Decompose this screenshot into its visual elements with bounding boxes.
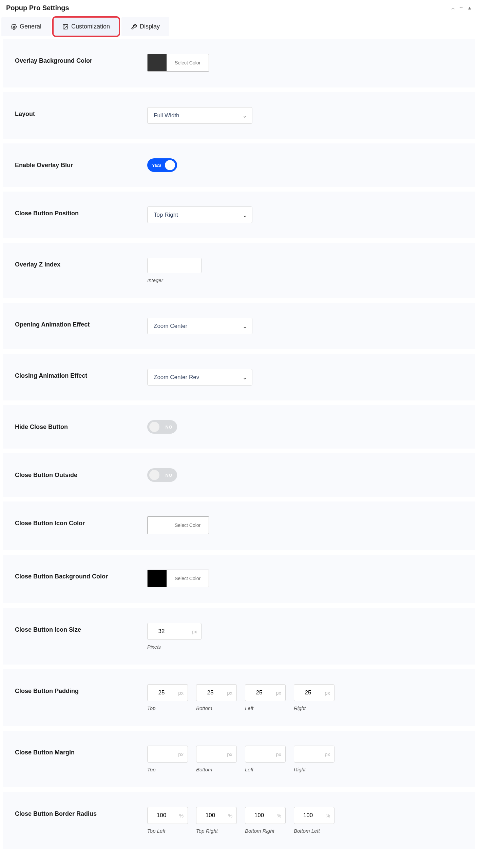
field-label: Layout (15, 107, 147, 118)
unit-label: px (171, 690, 188, 696)
field-label: Closing Animation Effect (15, 369, 147, 379)
field-close-radius: Close Button Border Radius % Top Left % … (3, 792, 475, 849)
metabox-toggle-controls: ︿ ﹀ ▲ (451, 5, 472, 11)
unit-label: px (220, 690, 236, 696)
unit-label: px (318, 751, 334, 757)
sub-label: Right (294, 767, 334, 772)
margin-left-input[interactable] (245, 746, 269, 762)
radius-tr-input[interactable] (196, 807, 220, 824)
chevron-up-icon[interactable]: ︿ (451, 5, 456, 11)
unit-label: px (269, 751, 285, 757)
svg-point-0 (13, 26, 15, 27)
unit-label: px (318, 690, 334, 696)
sub-label: Bottom Left (294, 828, 334, 834)
select-color-label: Select Color (167, 54, 209, 71)
triangle-up-icon[interactable]: ▲ (467, 5, 472, 11)
margin-bottom-input[interactable] (196, 746, 220, 762)
close-outside-toggle[interactable]: NO (147, 468, 177, 482)
overlay-bg-color-picker[interactable]: Select Color (147, 54, 209, 72)
tab-display[interactable]: Display (121, 17, 169, 36)
field-label: Close Button Icon Color (15, 516, 147, 527)
toggle-off-label: NO (166, 425, 173, 430)
margin-right-input[interactable] (294, 746, 318, 762)
tab-label: Display (140, 23, 160, 30)
unit-label: px (171, 629, 201, 634)
unit-label: px (171, 751, 188, 757)
unit-label: % (318, 813, 334, 818)
overlay-blur-toggle[interactable]: YES (147, 158, 177, 172)
field-label: Close Button Background Color (15, 570, 147, 580)
toggle-knob (149, 422, 159, 432)
field-close-bg-color: Close Button Background Color Select Col… (3, 555, 475, 603)
sub-label: Top (147, 705, 188, 711)
field-z-index: Overlay Z Index Integer (3, 243, 475, 298)
radius-br-input[interactable] (245, 807, 269, 824)
color-swatch (148, 517, 167, 534)
unit-label: % (269, 813, 285, 818)
margin-top-input[interactable] (148, 746, 171, 762)
tab-label: Customization (71, 23, 110, 30)
tab-general[interactable]: General (1, 17, 51, 36)
field-label: Close Button Margin (15, 746, 147, 756)
sub-label: Bottom (196, 705, 237, 711)
field-hint: Pixels (147, 644, 463, 650)
gear-icon (11, 24, 17, 30)
tools-icon (131, 24, 137, 30)
close-position-select[interactable]: Top Right (147, 206, 252, 223)
padding-left-input[interactable] (245, 685, 269, 701)
field-close-icon-color: Close Button Icon Color Select Color (3, 501, 475, 550)
sub-label: Left (245, 767, 286, 772)
field-label: Close Button Border Radius (15, 807, 147, 817)
field-close-outside: Close Button Outside NO (3, 453, 475, 497)
close-animation-select[interactable]: Zoom Center Rev (147, 369, 252, 386)
sub-label: Bottom (196, 767, 237, 772)
unit-label: % (220, 813, 236, 818)
tab-customization[interactable]: Customization (53, 17, 119, 36)
close-bg-color-picker[interactable]: Select Color (147, 570, 209, 587)
field-label: Opening Animation Effect (15, 318, 147, 328)
field-overlay-blur: Enable Overlay Blur YES (3, 143, 475, 187)
select-color-label: Select Color (167, 517, 209, 534)
chevron-down-icon[interactable]: ﹀ (459, 5, 464, 11)
field-close-animation: Closing Animation Effect Zoom Center Rev… (3, 354, 475, 400)
field-close-margin: Close Button Margin px Top px Bottom (3, 731, 475, 787)
tab-label: General (20, 23, 41, 30)
field-hint: Integer (147, 277, 463, 283)
sub-label: Left (245, 705, 286, 711)
padding-top-input[interactable] (148, 685, 171, 701)
close-icon-color-picker[interactable]: Select Color (147, 516, 209, 534)
toggle-knob (165, 160, 175, 170)
color-swatch (148, 570, 167, 587)
sub-label: Top Right (196, 828, 237, 834)
sub-label: Top (147, 767, 188, 772)
field-label: Overlay Z Index (15, 258, 147, 268)
field-label: Close Button Position (15, 206, 147, 217)
close-icon-size-input[interactable] (148, 623, 171, 639)
hide-close-toggle[interactable]: NO (147, 420, 177, 434)
field-hide-close: Hide Close Button NO (3, 405, 475, 449)
field-label: Enable Overlay Blur (15, 158, 147, 169)
field-label: Close Button Outside (15, 468, 147, 479)
radius-bl-input[interactable] (294, 807, 318, 824)
radius-tl-input[interactable] (148, 807, 171, 824)
layout-select[interactable]: Full Width (147, 107, 252, 124)
toggle-on-label: YES (152, 163, 161, 168)
image-icon (62, 24, 69, 30)
toggle-off-label: NO (166, 473, 173, 478)
sub-label: Top Left (147, 828, 188, 834)
unit-label: px (220, 751, 236, 757)
field-close-icon-size: Close Button Icon Size px Pixels (3, 608, 475, 665)
tab-bar: General Customization Display (0, 16, 478, 36)
field-open-animation: Opening Animation Effect Zoom Center ⌄ (3, 303, 475, 349)
settings-panel: Overlay Background Color Select Color La… (0, 36, 478, 856)
padding-bottom-input[interactable] (196, 685, 220, 701)
field-label: Hide Close Button (15, 420, 147, 431)
field-label: Close Button Icon Size (15, 623, 147, 633)
sub-label: Right (294, 705, 334, 711)
field-label: Overlay Background Color (15, 54, 147, 64)
padding-right-input[interactable] (294, 685, 318, 701)
field-overlay-bg-color: Overlay Background Color Select Color (3, 39, 475, 87)
sub-label: Bottom Right (245, 828, 286, 834)
open-animation-select[interactable]: Zoom Center (147, 318, 252, 334)
z-index-input[interactable] (147, 258, 202, 273)
